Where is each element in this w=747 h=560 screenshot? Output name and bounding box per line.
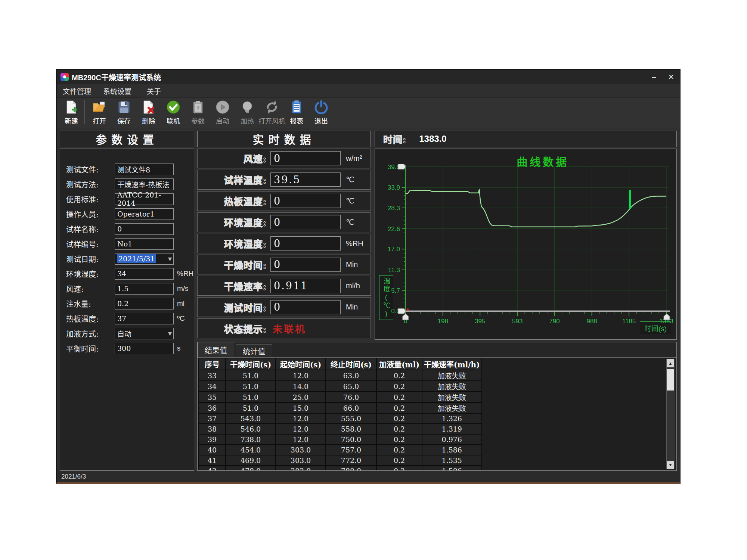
- param-field-value: 0.2: [117, 299, 128, 308]
- param-field-input[interactable]: 34: [115, 268, 174, 280]
- y-axis-label: 温度(℃): [379, 275, 393, 320]
- chevron-down-icon[interactable]: ▼: [168, 256, 172, 262]
- scroll-up-button[interactable]: ▲: [667, 359, 674, 367]
- realtime-value-box[interactable]: 0: [270, 300, 341, 314]
- table-cell: 0.2: [376, 455, 422, 466]
- title-bar: MB290C干燥速率测试系统 – ✕: [57, 70, 680, 84]
- close-button[interactable]: ✕: [663, 70, 680, 84]
- param-field-input[interactable]: No1: [115, 238, 174, 250]
- param-field-input[interactable]: 测试文件8: [115, 164, 174, 175]
- table-cell: 15.0: [276, 402, 326, 413]
- toolbar-button-label: 启动: [216, 116, 229, 125]
- param-field-input[interactable]: 37: [115, 313, 174, 324]
- tab-结果值[interactable]: 结果值: [198, 342, 234, 357]
- table-cell: 12.0: [276, 413, 326, 424]
- realtime-label: 干燥时间:: [198, 258, 267, 271]
- param-field-label: 测试文件:: [66, 164, 115, 175]
- realtime-label: 环境温度:: [198, 215, 267, 229]
- table-row[interactable]: 40454.0303.0757.00.21.586: [199, 445, 482, 455]
- param-field-input[interactable]: 干燥速率-热板法: [115, 178, 174, 190]
- menu-separator: [139, 86, 139, 95]
- y-axis-origin-marker[interactable]: [398, 308, 406, 314]
- realtime-value-box[interactable]: 0: [270, 194, 341, 208]
- toolbar-button-新建[interactable]: 新建: [59, 98, 84, 128]
- scrollbar-thumb[interactable]: [667, 369, 674, 391]
- toolbar-button-联机[interactable]: 联机: [161, 98, 186, 128]
- menu-item-3[interactable]: 关于: [141, 86, 167, 96]
- svg-text:?: ?: [196, 105, 199, 111]
- param-field-input[interactable]: 0.2: [115, 298, 174, 309]
- param-field-row: 环境湿度:34%RH: [60, 266, 194, 281]
- column-header-3[interactable]: 起始时间(s): [276, 358, 326, 370]
- table-cell: 39: [199, 434, 226, 445]
- param-field-unit: ml: [177, 299, 185, 308]
- param-field-input[interactable]: 300: [115, 343, 174, 354]
- toolbar-button-打开风机: 打开风机: [260, 98, 284, 128]
- toolbar-button-保存[interactable]: 保存: [112, 98, 136, 128]
- table-row[interactable]: 39738.012.0750.00.20.976: [199, 434, 482, 445]
- table-cell: 加液失败: [422, 402, 482, 413]
- param-field-input[interactable]: 1.5: [115, 283, 174, 295]
- table-row[interactable]: 3651.015.066.00.2加液失败: [199, 402, 482, 413]
- param-field-label: 操作人员:: [66, 209, 115, 220]
- param-field-input[interactable]: Operator1: [115, 208, 174, 220]
- table-row[interactable]: 3451.014.065.00.2加液失败: [199, 381, 482, 392]
- realtime-value-box[interactable]: 39.5: [270, 172, 341, 187]
- chevron-down-icon[interactable]: ▼: [168, 331, 172, 336]
- param-field-input[interactable]: 0: [115, 223, 174, 235]
- realtime-value-box[interactable]: 0: [270, 215, 341, 229]
- table-cell: 34: [199, 381, 226, 392]
- table-row[interactable]: 37543.012.0555.00.21.326: [199, 413, 482, 424]
- realtime-value-box[interactable]: 0.911: [270, 279, 341, 293]
- top-row: 实时数据 风速:0w/m²试样温度:39.5℃热板温度:0℃环境温度:0℃环境湿…: [197, 131, 677, 340]
- table-cell: 546.0: [226, 424, 276, 434]
- column-header-6[interactable]: 干燥速率(ml/h): [422, 358, 482, 370]
- realtime-value-box[interactable]: 0: [270, 258, 341, 272]
- menu-item-1[interactable]: 文件管理: [57, 86, 97, 96]
- tab-统计值[interactable]: 统计值: [236, 344, 272, 357]
- param-field-label: 风速:: [66, 283, 115, 294]
- column-header-5[interactable]: 加液量(ml): [376, 358, 422, 370]
- menu-item-2[interactable]: 系统设置: [97, 86, 137, 96]
- x-tick-label: 395: [475, 317, 485, 324]
- table-row[interactable]: 3351.012.063.00.2加液失败: [199, 370, 482, 381]
- column-header-4[interactable]: 终止时间(s): [326, 358, 376, 370]
- scroll-down-button[interactable]: ▼: [667, 461, 674, 469]
- table-cell: 25.0: [276, 392, 326, 402]
- table-cell: 51.0: [226, 370, 276, 381]
- param-field-row: 测试日期:2021/5/31▼: [60, 251, 194, 266]
- table-row[interactable]: 3551.025.076.00.2加液失败: [199, 392, 482, 402]
- table-cell: 63.0: [326, 370, 376, 381]
- param-field-label: 加液方式:: [66, 328, 115, 339]
- param-field-input[interactable]: AATCC 201-2014: [115, 193, 174, 205]
- realtime-row: 测试时间:0Min: [197, 297, 371, 317]
- table-row[interactable]: 41469.0303.0772.00.21.535: [199, 455, 482, 466]
- table-row[interactable]: 42478.0302.0780.00.21.506: [199, 466, 482, 471]
- toolbar-button-退出[interactable]: 退出: [309, 98, 334, 128]
- table-cell: 302.0: [276, 466, 326, 471]
- param-field-label: 试样编号:: [66, 239, 115, 249]
- column-header-2[interactable]: 干燥时间(s): [226, 358, 276, 370]
- app-window: MB290C干燥速率测试系统 – ✕ 文件管理系统设置关于 新建打开保存删除联机…: [56, 69, 681, 484]
- realtime-value-box[interactable]: 0: [270, 151, 341, 165]
- realtime-row: 干燥时间:0Min: [197, 255, 371, 274]
- param-field-input[interactable]: 2021/5/31▼: [115, 253, 174, 265]
- status-date: 2021/6/3: [61, 473, 86, 480]
- y-axis-top-marker[interactable]: [398, 164, 406, 169]
- realtime-unit: ml/h: [346, 281, 360, 290]
- realtime-panel: 实时数据 风速:0w/m²试样温度:39.5℃热板温度:0℃环境温度:0℃环境湿…: [197, 131, 371, 340]
- table-cell: 750.0: [326, 434, 376, 445]
- toolbar-button-打开[interactable]: 打开: [87, 98, 112, 128]
- table-scrollbar[interactable]: ▲ ▼: [666, 359, 675, 469]
- toolbar-button-报表[interactable]: 报表: [284, 98, 309, 128]
- param-field-value: No1: [117, 240, 132, 248]
- x-axis-origin-marker[interactable]: [403, 314, 409, 320]
- realtime-value-box[interactable]: 0: [270, 236, 341, 251]
- toolbar-button-删除[interactable]: 删除: [136, 98, 161, 128]
- param-field-input[interactable]: 自动▼: [115, 328, 174, 339]
- minimize-button[interactable]: –: [645, 70, 663, 84]
- table-row[interactable]: 38546.012.0558.00.21.319: [199, 424, 482, 434]
- column-header-1[interactable]: 序号: [199, 358, 226, 370]
- table-cell: 42: [199, 466, 226, 471]
- x-axis-end-marker[interactable]: [664, 314, 670, 320]
